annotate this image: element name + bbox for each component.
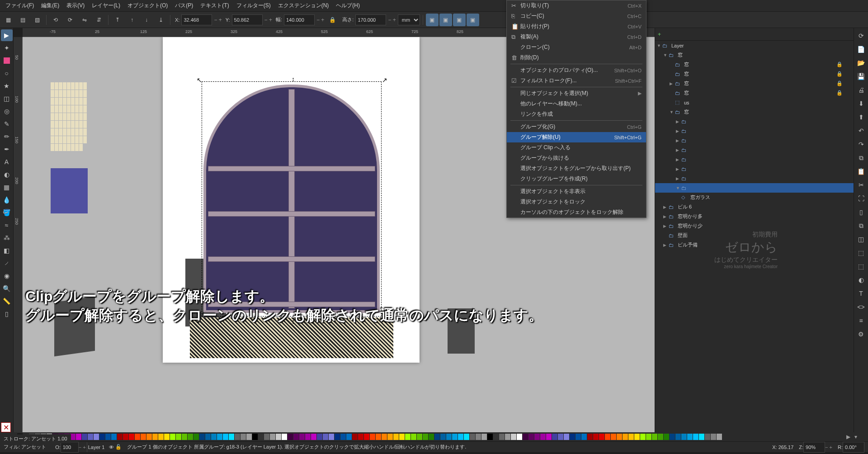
color-swatch[interactable] <box>276 434 281 440</box>
raise-top-icon[interactable]: ⤒ <box>111 14 124 26</box>
new-doc-icon[interactable]: 📄 <box>855 43 868 56</box>
color-swatch[interactable] <box>399 434 405 440</box>
zoom-input[interactable] <box>803 442 825 453</box>
menu-extension[interactable]: エクステンション(N) <box>274 0 333 11</box>
color-swatch[interactable] <box>570 434 575 440</box>
x-input[interactable] <box>181 14 212 25</box>
color-swatch[interactable] <box>193 434 199 440</box>
menu-layer[interactable]: レイヤー(L) <box>88 0 124 11</box>
layer-row[interactable]: ▶🗀窓🔒 <box>655 79 854 88</box>
color-swatch[interactable] <box>135 434 140 440</box>
color-swatch[interactable] <box>505 434 510 440</box>
color-swatch[interactable] <box>511 434 516 440</box>
lower-icon[interactable]: ↓ <box>140 14 153 26</box>
rotation-input[interactable] <box>843 442 864 453</box>
color-swatch[interactable] <box>687 434 693 440</box>
color-swatch[interactable] <box>188 434 193 440</box>
color-swatch[interactable] <box>481 434 487 440</box>
ctx-item[interactable]: 他のレイヤーへ移動(M)... <box>507 99 646 109</box>
lpe-tool[interactable]: ◉ <box>1 270 13 282</box>
color-swatch[interactable] <box>376 434 381 440</box>
color-swatch[interactable] <box>681 434 687 440</box>
menu-object[interactable]: オブジェクト(O) <box>124 0 171 11</box>
ctx-item[interactable]: ✂切り取り(T)Ctrl+X <box>507 0 646 11</box>
color-swatch[interactable] <box>346 434 352 440</box>
ruler-vertical[interactable]: 50 100 150 200 250 <box>14 37 23 432</box>
selection-box[interactable]: ↖ ↗ ↕ ↙ ↘ ↕ <box>202 81 382 317</box>
color-swatch[interactable] <box>411 434 416 440</box>
color-swatch[interactable] <box>329 434 334 440</box>
color-swatch[interactable] <box>141 434 146 440</box>
color-swatch[interactable] <box>464 434 469 440</box>
add-layer-icon[interactable]: + <box>658 31 661 38</box>
color-swatch[interactable] <box>717 434 722 440</box>
color-swatch[interactable] <box>652 434 657 440</box>
ctx-item[interactable]: 📋貼り付け(P)Ctrl+V <box>507 21 646 32</box>
color-swatch[interactable] <box>540 434 546 440</box>
color-swatch[interactable] <box>270 434 275 440</box>
zoom-page-icon[interactable]: ▯ <box>855 206 868 218</box>
color-swatch[interactable] <box>558 434 563 440</box>
flip-v-icon[interactable]: ⇵ <box>93 14 105 26</box>
refresh-icon[interactable]: ⟳ <box>855 29 868 42</box>
color-swatch[interactable] <box>288 434 293 440</box>
spiral-tool[interactable]: ◎ <box>1 105 13 117</box>
layer-row[interactable]: ▶🗀窓明かり多 <box>655 212 854 221</box>
color-swatch[interactable] <box>434 434 440 440</box>
fill-stroke-icon[interactable]: ◐ <box>855 274 868 286</box>
color-swatch[interactable] <box>123 434 128 440</box>
group-icon[interactable]: ⬚ <box>855 246 868 259</box>
visibility-icon[interactable]: 👁 <box>109 445 114 450</box>
color-swatch[interactable] <box>440 434 446 440</box>
color-swatch[interactable] <box>199 434 205 440</box>
layer-row[interactable]: ⬚us <box>655 98 854 107</box>
color-swatch[interactable] <box>146 434 152 440</box>
node-tool[interactable]: ✦ <box>1 42 13 54</box>
redo-icon[interactable]: ↷ <box>855 138 868 151</box>
color-swatch[interactable] <box>628 434 634 440</box>
select-all-icon[interactable]: ▦ <box>2 14 14 26</box>
stroke-width[interactable]: 1.00 <box>57 436 67 441</box>
color-swatch[interactable] <box>264 434 269 440</box>
menu-filter[interactable]: フィルター(S) <box>233 0 274 11</box>
measure-tool[interactable]: 📏 <box>1 295 13 307</box>
color-swatch[interactable] <box>241 434 246 440</box>
w-input[interactable] <box>284 14 315 25</box>
ctx-item[interactable]: 🗑削除(D) <box>507 52 646 63</box>
ctx-item[interactable]: カーソルの下のオブジェクトをロック解除 <box>507 207 646 218</box>
color-swatch[interactable] <box>534 434 540 440</box>
pencil-tool[interactable]: ✏ <box>1 131 13 142</box>
spray-tool[interactable]: ⁂ <box>1 232 13 244</box>
color-swatch[interactable] <box>617 434 622 440</box>
color-swatch[interactable] <box>705 434 710 440</box>
color-swatch[interactable] <box>170 434 175 440</box>
ctx-item[interactable]: クリップグループを作成(R) <box>507 174 646 184</box>
color-swatch[interactable] <box>323 434 328 440</box>
color-swatch[interactable] <box>640 434 646 440</box>
ctx-item[interactable]: 選択オブジェクトをグループから取り出す(P) <box>507 163 646 174</box>
color-swatch[interactable] <box>305 434 311 440</box>
layer-row[interactable]: ▼🗀 <box>655 183 854 193</box>
export-icon[interactable]: ⬆ <box>855 111 868 123</box>
layer-indicator[interactable]: Layer 1 <box>88 445 105 450</box>
color-swatch[interactable] <box>523 434 528 440</box>
color-swatch[interactable] <box>429 434 434 440</box>
color-swatch[interactable] <box>223 434 228 440</box>
raise-icon[interactable]: ↑ <box>126 14 138 26</box>
color-swatch[interactable] <box>246 434 252 440</box>
ctx-item[interactable]: ⧉複製(A)Ctrl+D <box>507 32 646 42</box>
gradient-tool[interactable]: ◐ <box>1 169 13 180</box>
palette-next-icon[interactable]: ▶ <box>844 434 852 440</box>
undo-icon[interactable]: ↶ <box>855 124 868 137</box>
color-swatch[interactable] <box>693 434 698 440</box>
color-swatch[interactable] <box>335 434 340 440</box>
color-swatch[interactable] <box>164 434 170 440</box>
ctx-item[interactable]: オブジェクトのプロパティ(O)...Shift+Ctrl+O <box>507 65 646 76</box>
color-swatch[interactable] <box>358 434 363 440</box>
fill-value[interactable]: アンセット <box>21 444 46 450</box>
color-swatch[interactable] <box>352 434 358 440</box>
duplicate-icon[interactable]: ⧉ <box>855 219 868 232</box>
color-swatch[interactable] <box>564 434 569 440</box>
palette-menu-icon[interactable]: ▾ <box>853 434 859 440</box>
color-swatch[interactable] <box>458 434 463 440</box>
